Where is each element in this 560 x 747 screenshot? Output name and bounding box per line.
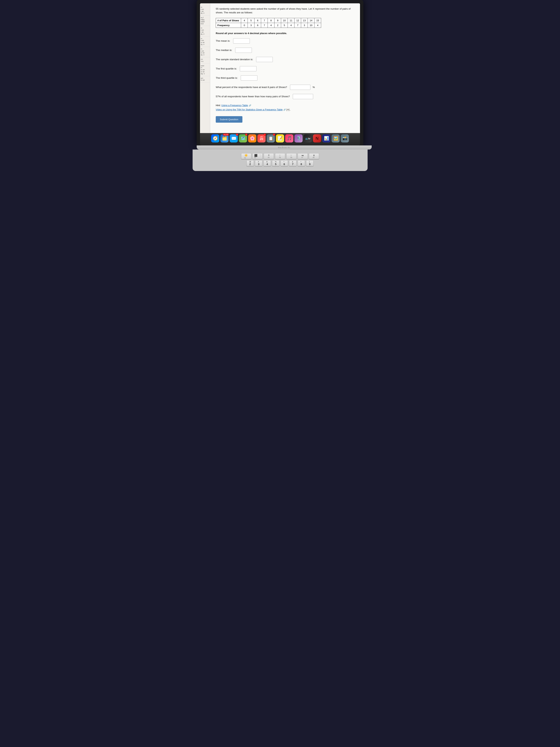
main-content: 55 randomly selected students were asked… [210,3,360,133]
dock-stocks[interactable]: 📊 [322,134,330,143]
laptop-container: rns anr andy. V on f6@gwater619 rns anr … [197,0,363,171]
table-cell-freq-7: 7 [261,23,268,28]
table-cell-freq-5: 3 [248,23,255,28]
table-cell-shoes-11: 11 [288,18,294,23]
macbook-label: MacBook Air [278,147,290,149]
table-cell-freq-12: 7 [294,23,301,28]
key-f8[interactable]: ⏸ F8 [309,153,319,159]
dock-item-1[interactable]: 🖼️ [331,134,340,143]
hint-dot: . [290,108,291,111]
sidebar-item-6: rrn's a [200,57,210,64]
table-cell-freq-11: 4 [288,23,294,28]
sidebar-item-5: rns anur andy. V [200,47,210,57]
map-icon: 🗺️ [241,136,245,141]
dock-item-2[interactable]: 📸 [341,134,349,143]
key-f4[interactable]: ⠿ F4 [264,153,274,159]
dock-calendar-badge[interactable]: 🗺️ 7 [239,134,247,143]
mean-row: The mean is: [216,38,354,44]
key-7[interactable]: & 7 [289,160,296,166]
mean-label: The mean is: [216,40,230,42]
table-cell-shoes-13: 13 [301,18,308,23]
dock-launchpad[interactable]: 🌸 [248,134,256,143]
table-cell-freq-14: 10 [308,23,315,28]
fn-key-row: ☀️ F2 ⬛⬜ F3 ⠿ F4 :: F5 [198,153,362,159]
percent-input[interactable] [290,85,310,90]
table-cell-shoes-15: 15 [315,18,321,23]
macbook-body: MacBook Air [197,146,372,150]
table-cell-shoes-8: 8 [268,18,274,23]
number-key-row: @ 2 # 3 $ 4 % 5 [198,160,362,166]
std-dev-label: The sample standard deviation is: [216,58,253,61]
q3-row: The third quartile is: [216,75,354,81]
sidebar-item-1: rns anr andy. V [200,5,210,16]
keyboard-area: ☀️ F2 ⬛⬜ F3 ⠿ F4 :: F5 [193,150,368,171]
dock-reminders[interactable]: 📋 1 [267,134,275,143]
fewer-label: 57% of all respondents have fewer than h… [216,95,290,98]
q1-input[interactable] [240,66,257,71]
key-4[interactable]: $ 4 [264,160,271,166]
dock-appletv[interactable]: 📺tv [304,134,312,143]
sidebar-item-4: rns anur andy. V [200,36,210,47]
key-f6[interactable]: :: F6 [286,153,296,159]
q3-label: The third quartile is: [216,77,238,79]
hint-line-1: Hint: Using a Frequency Table 🔗 [216,103,354,107]
fewer-input[interactable] [293,94,313,99]
table-row-header-shoes: # of Pairs of Shoes [216,18,241,23]
hint-plus: [+] [287,108,289,111]
frequency-table: # of Pairs of Shoes 4 5 6 7 8 9 10 11 12… [216,18,321,28]
table-cell-shoes-5: 5 [248,18,255,23]
bottom-bar [200,143,360,146]
key-6[interactable]: ^ 6 [281,160,288,166]
hint-line-2: Video on Using the TI84 for Statistics G… [216,107,354,112]
hint-section: Hint: Using a Frequency Table 🔗 Video on… [216,103,354,112]
frequency-table-link[interactable]: Using a Frequency Table [221,104,248,107]
finder-icon: 🗂️ [222,136,227,141]
dock-calendar[interactable]: SEP 20 1 [258,134,266,143]
key-f7[interactable]: ⏮ F7 [298,153,308,159]
median-input[interactable] [235,48,252,53]
dock-finder[interactable]: 🗂️ 14,179 [220,134,229,143]
dock-notes[interactable]: 📝 [276,134,284,143]
dock-news[interactable]: N [313,134,321,143]
sidebar-item-3: rns anr andy. V [200,26,210,36]
table-cell-freq-4: 0 [241,23,248,28]
table-cell-shoes-12: 12 [294,18,301,23]
table-cell-shoes-14: 14 [308,18,315,23]
ti84-video-link[interactable]: Video on Using the TI84 for Statistics G… [216,108,283,111]
submit-button[interactable]: Submit Question [216,116,242,123]
table-row-header-freq: Frequency [216,23,241,28]
key-3[interactable]: # 3 [255,160,262,166]
median-label: The median is: [216,49,232,52]
table-cell-freq-10: 5 [281,23,288,28]
key-5[interactable]: % 5 [272,160,279,166]
calendar-badge: 1 [264,134,266,136]
key-f5[interactable]: :: F5 [275,153,285,159]
key-f3[interactable]: ⬛⬜ F3 [252,153,263,159]
key-2[interactable]: @ 2 [246,160,254,166]
key-8[interactable]: * 8 [298,160,305,166]
key-9[interactable]: ( 9 [306,160,314,166]
dock-podcasts[interactable]: 🎙️ [294,134,302,143]
finder-badge: 14,179 [223,134,229,136]
q3-input[interactable] [241,75,258,81]
dock-mail[interactable]: ✉️ 4 [230,134,238,143]
table-cell-shoes-6: 6 [255,18,261,23]
music-icon: 🎵 [287,136,292,141]
table-cell-shoes-10: 10 [281,18,288,23]
dock-item-1-icon: 🖼️ [333,136,338,141]
table-cell-freq-8: 4 [268,23,274,28]
mean-input[interactable] [233,38,250,44]
key-f2[interactable]: ☀️ F2 [241,153,251,159]
podcasts-icon: 🎙️ [296,136,301,141]
std-dev-input[interactable] [256,57,273,62]
dock-safari[interactable]: 🧭 [211,134,219,143]
freq-table-link-icon: 🔗 [249,104,251,107]
sidebar-item-8: arncs an [200,76,210,83]
stocks-icon: 📊 [324,136,329,141]
news-icon: N [316,136,319,141]
q1-label: The first quartile is: [216,67,237,70]
table-cell-freq-15: 4 [315,23,321,28]
fewer-row: 57% of all respondents have fewer than h… [216,94,354,99]
table-cell-shoes-9: 9 [274,18,281,23]
dock-music[interactable]: 🎵 [285,134,293,143]
